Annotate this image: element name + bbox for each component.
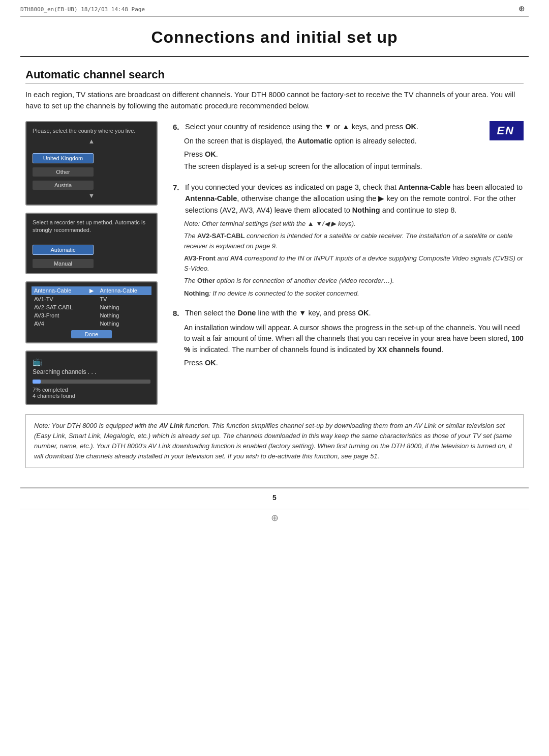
country-screen-title: Please, select the country where you liv… xyxy=(33,127,150,134)
step8-hundred: 100 % xyxy=(184,334,524,354)
page-meta: DTH8000_en(EB-UB) 18/12/03 14:48 Page xyxy=(20,6,145,13)
search-screen: 📺 Searching channels . . . 7% completed … xyxy=(25,351,158,405)
step8-press-ok: Press OK. xyxy=(184,359,524,367)
step6-ok: OK xyxy=(405,123,416,131)
terminal-row-av1: AV1-TV TV xyxy=(32,295,151,303)
terminal-input-av3: AV3-Front xyxy=(32,311,86,319)
page-footer: 5 xyxy=(20,488,529,506)
step6-sub1: On the screen that is displayed, the Aut… xyxy=(173,136,479,147)
step7-text: If you connected your devices as indicat… xyxy=(185,182,524,216)
terminal-value-av4: Nothing xyxy=(97,319,151,328)
step8-ok2: OK xyxy=(205,359,216,367)
search-progress-text: 7% completed xyxy=(33,387,150,393)
step7-note2: The AV2-SAT-CABL connection is intended … xyxy=(184,231,524,251)
crosshair-bottom: ⊕ xyxy=(271,512,279,524)
step7-number: 7. xyxy=(173,182,182,193)
country-down-arrow: ▼ xyxy=(33,192,150,199)
country-option-uk[interactable]: United Kingdom xyxy=(33,153,94,163)
step7-nothing: Nothing xyxy=(352,206,380,214)
section-title: Automatic channel search xyxy=(25,68,524,84)
step8-xx: XX channels found xyxy=(377,345,441,354)
search-progress-bar-bg xyxy=(33,380,150,384)
step6-text-block: 6. Select your country of residence usin… xyxy=(173,121,479,172)
step8-header: 8. Then select the Done line with the ▼ … xyxy=(173,307,524,319)
terminal-value-av3: Nothing xyxy=(97,311,151,319)
crosshair-top-right: ⊕ xyxy=(518,4,529,14)
terminal-input-antenna: Antenna-Cable xyxy=(32,286,86,295)
step8-sub: An installation window will appear. A cu… xyxy=(173,323,524,356)
bottom-note-text: Note: Your DTH 8000 is equipped with the… xyxy=(34,422,512,460)
en-badge: EN xyxy=(490,121,524,140)
step8-text: Then select the Done line with the ▼ key… xyxy=(185,307,524,318)
step7-note4: The Other option is for connection of an… xyxy=(184,276,524,286)
page-number: 5 xyxy=(272,493,277,502)
country-option-austria[interactable]: Austria xyxy=(33,181,94,190)
country-screen: Please, select the country where you liv… xyxy=(25,121,158,206)
bottom-crosshair-wrap: ⊕ xyxy=(0,509,549,526)
search-found-text: 4 channels found xyxy=(33,393,150,399)
recorder-automatic-btn[interactable]: Automatic xyxy=(33,245,94,255)
terminal-screen: Antenna-Cable ▶ Antenna-Cable AV1-TV TV … xyxy=(25,281,158,343)
recorder-manual-btn[interactable]: Manual xyxy=(33,259,94,268)
terminal-row-av4: AV4 Nothing xyxy=(32,319,151,328)
terminal-arrow-av3 xyxy=(86,311,97,319)
terminal-input-av4: AV4 xyxy=(32,319,86,328)
step7-header: 7. If you connected your devices as indi… xyxy=(173,182,524,216)
terminal-row-av2: AV2-SAT-CABL Nothing xyxy=(32,303,151,311)
step8-ok: OK xyxy=(358,309,369,317)
main-title: Connections and initial set up xyxy=(41,28,508,47)
page-header: DTH8000_en(EB-UB) 18/12/03 14:48 Page ⊕ xyxy=(0,0,549,14)
right-column-steps: 6. Select your country of residence usin… xyxy=(173,121,524,376)
terminal-row-av3: AV3-Front Nothing xyxy=(32,311,151,319)
recorder-options: Automatic Manual xyxy=(33,243,150,268)
step-7: 7. If you connected your devices as indi… xyxy=(173,182,524,299)
bottom-note: Note: Your DTH 8000 is equipped with the… xyxy=(25,414,524,469)
country-option-other[interactable]: Other xyxy=(33,167,94,177)
step8-done: Done xyxy=(237,309,256,317)
step7-note1: Note: Other terminal settings (set with … xyxy=(184,219,524,229)
step6-header: 6. Select your country of residence usin… xyxy=(173,121,479,133)
step-8: 8. Then select the Done line with the ▼ … xyxy=(173,307,524,366)
step6-automatic: Automatic xyxy=(297,137,332,145)
recorder-screen-title: Select a recorder set up method. Automat… xyxy=(33,219,150,234)
terminal-input-av1: AV1-TV xyxy=(32,295,86,303)
terminal-arrow-av1 xyxy=(86,295,97,303)
terminal-value-av2: Nothing xyxy=(97,303,151,311)
step7-note3: AV3-Front and AV4 correspond to the IN o… xyxy=(184,253,524,273)
step6-ok2: OK xyxy=(205,150,216,158)
two-column-layout: Please, select the country where you liv… xyxy=(25,121,524,405)
step6-number: 6. xyxy=(173,121,182,133)
content-area: Automatic channel search In each region,… xyxy=(0,57,549,483)
terminal-arrow-av2 xyxy=(86,303,97,311)
terminal-value-av1: TV xyxy=(97,295,151,303)
country-up-arrow: ▲ xyxy=(33,137,150,145)
step6-press-ok: Press OK. xyxy=(184,150,479,158)
search-screen-label: Searching channels . . . xyxy=(33,368,150,375)
terminal-arrow-av4 xyxy=(86,319,97,328)
step7-antenna1: Antenna-Cable xyxy=(399,183,450,191)
terminal-arrow-antenna: ▶ xyxy=(86,286,97,295)
step6-header-row: 6. Select your country of residence usin… xyxy=(173,121,524,172)
country-options: United Kingdom Other Austria xyxy=(33,151,150,190)
step6-sub2: The screen displayed is a set-up screen … xyxy=(173,161,479,172)
left-column-screens: Please, select the country where you liv… xyxy=(25,121,158,405)
terminal-done-btn[interactable]: Done xyxy=(71,330,112,338)
terminal-input-av2: AV2-SAT-CABL xyxy=(32,303,86,311)
step6-text: Select your country of residence using t… xyxy=(185,121,479,132)
terminal-row-antenna: Antenna-Cable ▶ Antenna-Cable xyxy=(32,286,151,295)
search-progress-bar-fill xyxy=(33,380,41,384)
step8-number: 8. xyxy=(173,307,182,319)
terminal-table: Antenna-Cable ▶ Antenna-Cable AV1-TV TV … xyxy=(32,286,151,328)
search-screen-tv-icon: 📺 xyxy=(33,357,150,366)
main-title-wrap: Connections and initial set up xyxy=(20,17,529,57)
recorder-screen: Select a recorder set up method. Automat… xyxy=(25,213,158,274)
step7-note5: Nothing: If no device is connected to th… xyxy=(184,288,524,299)
step7-antenna2: Antenna-Cable xyxy=(185,194,237,202)
terminal-value-antenna: Antenna-Cable xyxy=(97,286,151,295)
intro-paragraph: In each region, TV stations are broadcas… xyxy=(25,89,524,112)
step-6: 6. Select your country of residence usin… xyxy=(173,121,524,172)
